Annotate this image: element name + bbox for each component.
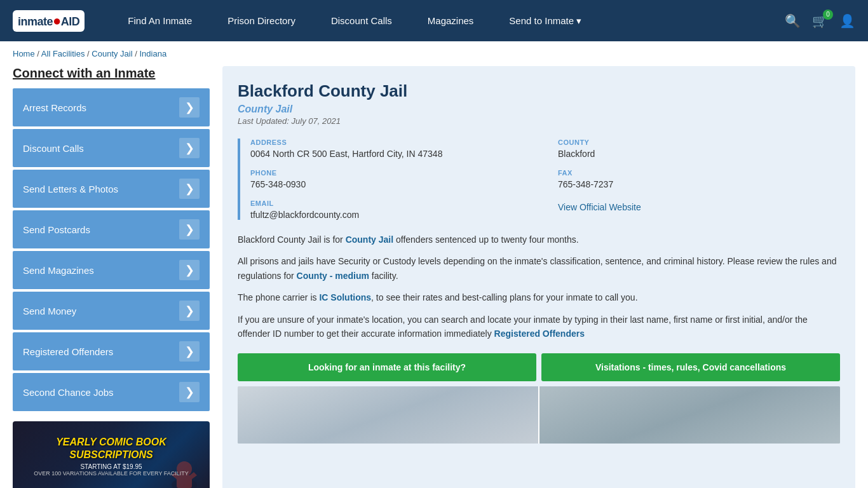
sidebar-title: Connect with an Inmate: [13, 66, 210, 81]
arrow-icon: ❯: [179, 97, 200, 118]
sidebar-item-send-money[interactable]: Send Money ❯: [13, 292, 210, 330]
email-value: tfultz@blackfordcounty.com: [250, 210, 532, 220]
navbar-icons: 🔍 🛒 0 👤: [785, 13, 855, 29]
visitations-button[interactable]: Visitations - times, rules, Covid cancel…: [541, 353, 840, 381]
sidebar-item-registered-offenders[interactable]: Registered Offenders ❯: [13, 332, 210, 370]
county-block: COUNTY Blackford: [558, 139, 840, 159]
arrow-icon: ❯: [179, 179, 200, 199]
address-block: ADDRESS 0064 North CR 500 East, Hartford…: [250, 139, 532, 159]
fax-block: FAX 765-348-7237: [558, 169, 840, 189]
county-value: Blackford: [558, 149, 840, 159]
fax-value: 765-348-7237: [558, 179, 840, 189]
sidebar-item-send-letters[interactable]: Send Letters & Photos ❯: [13, 170, 210, 208]
email-block: EMAIL tfultz@blackfordcounty.com: [250, 200, 532, 220]
nav-prison-directory[interactable]: Prison Directory: [210, 0, 313, 41]
county-jail-link[interactable]: County Jail: [346, 234, 393, 245]
ad-sub2: OVER 100 VARIATIONS AVAILABLE FOR EVERY …: [34, 470, 189, 477]
ic-solutions-link[interactable]: IC Solutions: [319, 292, 371, 302]
content-panel: Blackford County Jail County Jail Last U…: [222, 66, 855, 488]
phone-value: 765-348-0930: [250, 179, 532, 189]
photo-right: [539, 386, 840, 444]
action-buttons: Looking for an inmate at this facility? …: [238, 353, 840, 381]
arrow-icon: ❯: [179, 382, 200, 402]
nav-magazines[interactable]: Magazines: [410, 0, 492, 41]
facility-type: County Jail: [238, 104, 840, 115]
user-icon[interactable]: 👤: [839, 13, 855, 29]
sidebar: Connect with an Inmate Arrest Records ❯ …: [13, 66, 210, 488]
arrow-icon: ❯: [179, 219, 200, 240]
breadcrumb-all-facilities[interactable]: All Facilities: [41, 49, 85, 58]
sidebar-menu: Arrest Records ❯ Discount Calls ❯ Send L…: [13, 88, 210, 411]
arrow-icon: ❯: [179, 260, 200, 280]
logo-text: inmate●AID: [18, 13, 79, 29]
nav-send-to-inmate[interactable]: Send to Inmate ▾: [491, 0, 599, 41]
arrow-icon: ❯: [179, 138, 200, 158]
sidebar-item-second-chance-jobs[interactable]: Second Chance Jobs ❯: [13, 373, 210, 411]
phone-block: PHONE 765-348-0930: [250, 169, 532, 189]
ad-title: YEARLY COMIC BOOKSUBSCRIPTIONS: [34, 436, 189, 460]
photo-left: [238, 386, 538, 444]
arrow-icon: ❯: [179, 301, 200, 321]
info-grid: ADDRESS 0064 North CR 500 East, Hartford…: [238, 139, 840, 220]
facility-updated: Last Updated: July 07, 2021: [238, 116, 840, 126]
arrow-icon: ❯: [179, 341, 200, 362]
website-link[interactable]: View Official Website: [558, 202, 641, 212]
logo[interactable]: inmate●AID: [13, 10, 85, 32]
facility-photos: [238, 386, 840, 444]
registered-offenders-link[interactable]: Registered Offenders: [494, 329, 585, 339]
navbar-nav: Find An Inmate Prison Directory Discount…: [110, 0, 785, 41]
sidebar-item-send-postcards[interactable]: Send Postcards ❯: [13, 210, 210, 248]
breadcrumb: Home / All Facilities / County Jail / In…: [0, 41, 868, 66]
ad-subtitle: STARTING AT $19.95: [34, 463, 189, 470]
navbar: inmate●AID Find An Inmate Prison Directo…: [0, 0, 868, 41]
facility-name: Blackford County Jail: [238, 81, 840, 101]
sidebar-ad[interactable]: YEARLY COMIC BOOKSUBSCRIPTIONS STARTING …: [13, 421, 210, 488]
sidebar-item-arrest-records[interactable]: Arrest Records ❯: [13, 88, 210, 126]
main-container: Connect with an Inmate Arrest Records ❯ …: [0, 66, 868, 488]
breadcrumb-county-jail[interactable]: County Jail: [92, 49, 132, 58]
address-value: 0064 North CR 500 East, Hartford City, I…: [250, 149, 532, 159]
cart-icon[interactable]: 🛒 0: [812, 13, 828, 29]
breadcrumb-state[interactable]: Indiana: [139, 49, 166, 58]
breadcrumb-home[interactable]: Home: [13, 49, 35, 58]
find-inmate-button[interactable]: Looking for an inmate at this facility?: [238, 353, 536, 381]
nav-find-inmate[interactable]: Find An Inmate: [110, 0, 210, 41]
website-block: View Official Website: [558, 200, 840, 220]
cart-badge: 0: [823, 10, 833, 20]
county-medium-link[interactable]: County - medium: [297, 271, 369, 281]
nav-discount-calls[interactable]: Discount Calls: [313, 0, 410, 41]
sidebar-item-send-magazines[interactable]: Send Magazines ❯: [13, 251, 210, 289]
facility-description: Blackford County Jail is for County Jail…: [238, 233, 840, 341]
search-icon[interactable]: 🔍: [785, 13, 801, 29]
sidebar-item-discount-calls[interactable]: Discount Calls ❯: [13, 129, 210, 167]
